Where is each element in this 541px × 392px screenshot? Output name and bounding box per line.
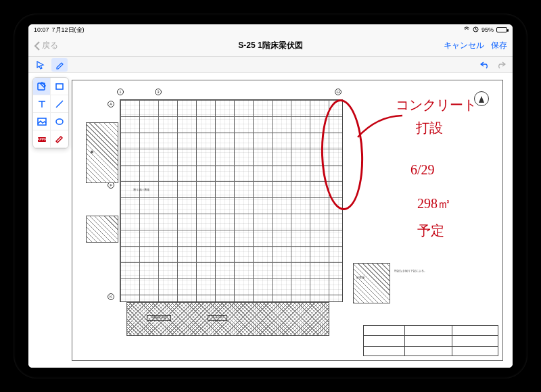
grid-bubble: F [108, 182, 114, 189]
rect-tool-icon[interactable] [51, 78, 68, 95]
grid-bubble: 3 [155, 89, 162, 95]
annotation-text[interactable]: コンクリート [396, 97, 477, 114]
orientation-lock-icon [473, 26, 479, 34]
back-button[interactable]: 戻る [34, 40, 58, 51]
structural-grid [120, 99, 343, 302]
battery-icon [496, 27, 507, 32]
annotation-text[interactable]: 298㎥ [417, 195, 451, 212]
room-label: 通り抜け通路 [133, 189, 149, 192]
grid-bubble: A [108, 101, 114, 107]
undo-button[interactable] [477, 58, 492, 72]
stamp-tool-icon[interactable]: APPR [33, 130, 51, 148]
grid-bubble: 12 [335, 89, 342, 95]
oval-tool-icon[interactable] [51, 113, 68, 130]
annotation-text[interactable]: 6/29 [410, 162, 435, 178]
hatch-region [86, 216, 118, 243]
status-bar: 10:07 7月12日(金) 95% [28, 24, 513, 35]
drawing-canvas[interactable]: 1 3 12 A F K 風除室 通り抜け通路 駐車場 1階床梁伏図 S=1/1… [28, 73, 513, 368]
grid-bubble: K [108, 293, 114, 300]
annotation-text[interactable]: 打設 [416, 120, 443, 137]
scale-box: S=1/150 [208, 315, 227, 321]
svg-point-6 [56, 119, 63, 124]
annotation-leader-line [356, 113, 404, 140]
ipad-device-frame: 10:07 7月12日(金) 95% 戻る S-25 1階床梁伏図 [14, 14, 527, 378]
redo-button[interactable] [494, 58, 509, 72]
tool-palette: APPR [32, 77, 69, 149]
line-tool-icon[interactable] [51, 95, 68, 113]
sheet-title-box: 1階床梁伏図 [147, 315, 171, 321]
hatch-region [353, 263, 390, 303]
wifi-icon [463, 26, 470, 33]
canvas-area[interactable]: APPR [28, 73, 513, 368]
hatch-region [86, 122, 118, 183]
drawing-sheet: 1 3 12 A F K 風除室 通り抜け通路 駐車場 1階床梁伏図 S=1/1… [72, 80, 503, 361]
select-tool[interactable] [32, 58, 49, 72]
edit-tool-icon[interactable] [33, 78, 51, 95]
text-tool-icon[interactable] [33, 95, 51, 113]
drawing-notes: 特記なき限り下記による。 [394, 270, 489, 273]
save-button[interactable]: 保存 [491, 40, 507, 51]
title-block [363, 325, 498, 356]
page-title: S-25 1階床梁伏図 [238, 40, 302, 51]
annotation-text[interactable]: 予定 [417, 222, 444, 239]
screen: 10:07 7月12日(金) 95% 戻る S-25 1階床梁伏図 [28, 24, 513, 368]
svg-rect-5 [56, 84, 63, 89]
image-tool-icon[interactable] [33, 113, 51, 130]
freehand-tool-icon[interactable] [51, 130, 68, 148]
nav-bar: 戻る S-25 1階床梁伏図 キャンセル 保存 [28, 35, 513, 57]
room-label: 駐車場 [356, 276, 364, 280]
battery-percent: 95% [481, 26, 494, 33]
status-date: 7月12日(金) [52, 26, 85, 34]
north-arrow-icon [474, 91, 489, 106]
pen-tool[interactable] [51, 58, 68, 72]
cancel-button[interactable]: キャンセル [444, 40, 484, 51]
svg-text:APPR: APPR [37, 137, 47, 141]
back-label: 戻る [42, 40, 58, 51]
grid-bubble: 1 [117, 89, 124, 95]
status-time: 10:07 [34, 26, 49, 33]
top-toolbar [28, 57, 513, 73]
